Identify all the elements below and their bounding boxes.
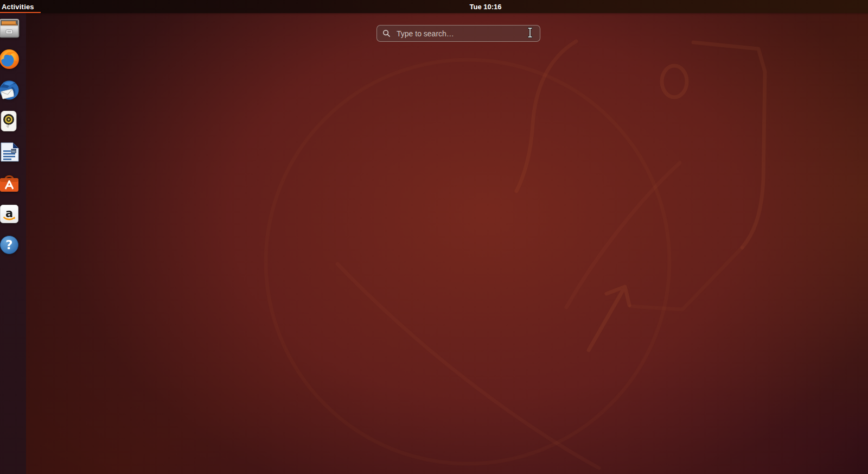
activities-active-indicator	[0, 12, 41, 14]
files-icon	[0, 17, 20, 39]
dock-item-rhythmbox[interactable]	[0, 110, 20, 132]
dock-item-ubuntu-software[interactable]	[0, 172, 20, 194]
desktop-background: Activities Tue 10:16	[0, 0, 868, 474]
svg-text:a: a	[5, 207, 13, 220]
dock-item-files[interactable]	[0, 17, 20, 39]
thunderbird-icon	[0, 79, 20, 101]
top-bar: Activities Tue 10:16	[0, 0, 868, 13]
search-input[interactable]	[395, 29, 534, 39]
dock-item-thunderbird[interactable]	[0, 79, 20, 101]
search-icon	[382, 29, 391, 37]
rhythmbox-icon	[0, 110, 20, 132]
svg-text:?: ?	[5, 238, 12, 252]
ubuntu-software-icon	[0, 172, 20, 194]
dock-item-amazon[interactable]: a	[0, 203, 20, 225]
amazon-icon: a	[0, 203, 20, 225]
clock[interactable]: Tue 10:16	[456, 0, 515, 13]
dock-item-libreoffice-writer[interactable]	[0, 141, 20, 163]
activities-button[interactable]: Activities	[0, 0, 41, 13]
dock-item-help[interactable]: ?	[0, 234, 20, 256]
firefox-icon	[0, 48, 20, 70]
activities-label: Activities	[2, 3, 34, 11]
dock-item-firefox[interactable]	[0, 48, 20, 70]
wallpaper-pattern	[0, 0, 868, 474]
dock: a ?	[0, 13, 26, 474]
search-bar	[376, 25, 540, 42]
help-icon: ?	[0, 234, 20, 256]
libreoffice-writer-icon	[0, 141, 20, 163]
